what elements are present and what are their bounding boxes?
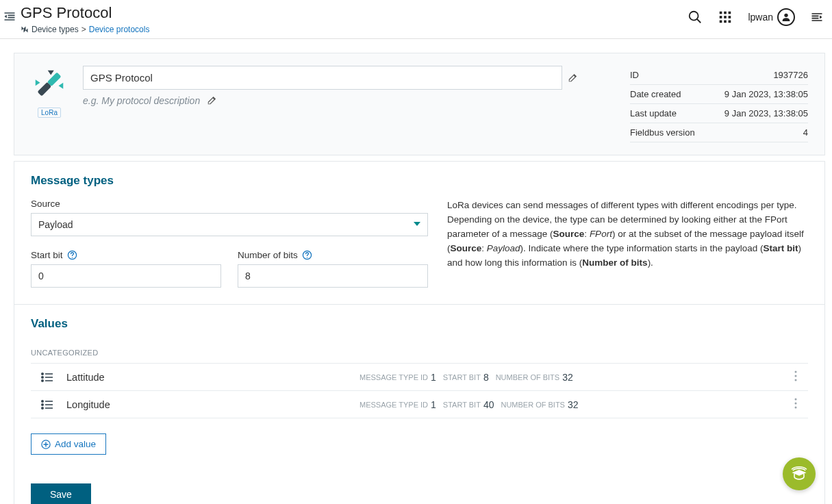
save-button[interactable]: Save xyxy=(31,483,91,504)
svg-rect-2 xyxy=(720,12,722,14)
svg-point-18 xyxy=(42,373,43,374)
svg-point-25 xyxy=(795,375,797,377)
svg-rect-8 xyxy=(720,21,722,23)
description-placeholder[interactable]: e.g. My protocol description xyxy=(83,95,200,106)
graduation-cap-icon xyxy=(790,464,809,483)
value-name: Lattitude xyxy=(66,372,354,383)
svg-point-17 xyxy=(307,257,307,258)
mtid-value: 1 xyxy=(431,399,436,410)
meta-updated-value: 9 Jan 2023, 13:38:05 xyxy=(724,108,808,118)
mtid-label: MESSAGE TYPE ID xyxy=(360,401,428,409)
number-of-bits-label: Number of bits xyxy=(238,250,428,260)
mtid-value: 1 xyxy=(431,372,436,383)
start-bit-input[interactable] xyxy=(31,264,221,288)
lora-badge: LoRa xyxy=(38,108,61,118)
nbits-label: NUMBER OF BITS xyxy=(496,373,560,381)
nbits-value: 32 xyxy=(568,399,579,410)
kebab-menu-icon[interactable] xyxy=(786,370,805,383)
meta-id-value: 1937726 xyxy=(773,70,808,80)
page-title: GPS Protocol xyxy=(21,4,688,22)
help-icon[interactable] xyxy=(67,250,77,260)
svg-point-26 xyxy=(795,379,797,381)
svg-point-20 xyxy=(42,376,43,377)
svg-rect-5 xyxy=(720,16,722,18)
sbit-label: START BIT xyxy=(443,373,481,381)
user-menu[interactable]: lpwan xyxy=(748,8,795,26)
svg-point-22 xyxy=(42,379,43,381)
value-icon xyxy=(40,399,54,410)
mtid-label: MESSAGE TYPE ID xyxy=(360,373,428,381)
nbits-label: NUMBER OF BITS xyxy=(501,401,565,409)
svg-point-11 xyxy=(784,14,787,17)
svg-point-31 xyxy=(42,407,43,408)
pencil-icon[interactable] xyxy=(207,96,216,105)
help-icon[interactable] xyxy=(302,250,312,260)
value-name: Longitude xyxy=(66,399,354,410)
source-select[interactable]: Payload xyxy=(31,213,428,236)
svg-point-29 xyxy=(42,403,43,405)
start-bit-label: Start bit xyxy=(31,250,221,260)
plus-circle-icon xyxy=(41,440,51,449)
search-icon[interactable] xyxy=(688,10,703,25)
user-name: lpwan xyxy=(748,12,773,23)
learning-fab[interactable] xyxy=(783,457,816,490)
meta-fieldbus-label: Fieldbus version xyxy=(630,127,695,138)
number-of-bits-input[interactable] xyxy=(238,264,428,288)
svg-rect-9 xyxy=(724,21,727,23)
add-value-label: Add value xyxy=(55,439,96,449)
svg-point-35 xyxy=(795,407,797,409)
sbit-label: START BIT xyxy=(443,401,481,409)
nbits-value: 32 xyxy=(562,372,573,383)
source-label: Source xyxy=(31,199,428,209)
meta-created-value: 9 Jan 2023, 13:38:05 xyxy=(724,89,808,99)
svg-rect-7 xyxy=(729,16,731,18)
apps-grid-icon[interactable] xyxy=(718,10,733,25)
svg-point-15 xyxy=(71,257,72,258)
svg-rect-6 xyxy=(724,16,727,18)
message-types-help: LoRa devices can send messages of differ… xyxy=(447,199,808,288)
message-types-title: Message types xyxy=(14,162,824,196)
pencil-icon[interactable] xyxy=(568,73,577,83)
protocol-icon xyxy=(31,94,68,105)
breadcrumb-separator: > xyxy=(81,25,86,34)
svg-point-27 xyxy=(42,400,43,401)
indent-icon[interactable] xyxy=(810,10,824,24)
meta-fieldbus-value: 4 xyxy=(803,127,808,138)
avatar xyxy=(777,8,795,26)
svg-rect-3 xyxy=(724,12,727,14)
svg-rect-10 xyxy=(729,21,731,23)
svg-rect-4 xyxy=(729,12,731,14)
value-row[interactable]: Lattitude MESSAGE TYPE ID 1 START BIT 8 … xyxy=(31,363,808,391)
meta-created-label: Date created xyxy=(630,89,681,99)
sbit-value: 40 xyxy=(483,399,494,410)
svg-line-1 xyxy=(697,19,701,23)
sbit-value: 8 xyxy=(483,372,489,383)
add-value-button[interactable]: Add value xyxy=(31,433,106,455)
svg-point-33 xyxy=(795,399,797,401)
value-row[interactable]: Longitude MESSAGE TYPE ID 1 START BIT 40… xyxy=(31,390,808,418)
svg-point-34 xyxy=(795,403,797,405)
breadcrumb-current[interactable]: Device protocols xyxy=(89,25,150,34)
breadcrumb-root[interactable]: Device types xyxy=(31,25,79,34)
values-group: UNCATEGORIZED xyxy=(31,349,808,357)
meta-updated-label: Last update xyxy=(630,108,677,118)
device-types-icon xyxy=(21,25,29,34)
value-icon xyxy=(40,372,54,383)
meta-table: ID1937726 Date created9 Jan 2023, 13:38:… xyxy=(630,66,808,142)
svg-point-0 xyxy=(690,12,698,21)
protocol-name-input[interactable] xyxy=(83,66,562,90)
meta-id-label: ID xyxy=(630,70,639,80)
values-title: Values xyxy=(14,305,824,339)
outdent-icon[interactable] xyxy=(3,10,16,23)
breadcrumb: Device types > Device protocols xyxy=(21,25,688,34)
svg-point-24 xyxy=(795,371,797,373)
kebab-menu-icon[interactable] xyxy=(786,398,805,411)
